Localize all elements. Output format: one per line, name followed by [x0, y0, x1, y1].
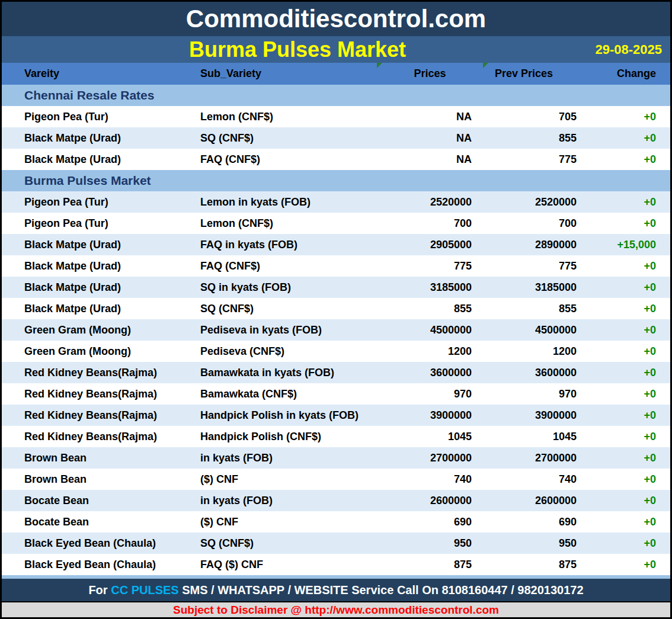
- section-header-row: Burma Pulses Market: [2, 170, 670, 191]
- sub-variety-cell: Handpick Polish (CNF$): [196, 431, 377, 443]
- change-cell: +0: [588, 431, 670, 443]
- change-cell: +0: [588, 452, 670, 464]
- variety-cell: Red Kidney Beans(Rajma): [2, 388, 196, 400]
- sub-variety-cell: SQ (CNF$): [196, 303, 377, 315]
- column-header-sub-variety: Sub_Variety: [196, 63, 377, 85]
- section-header-row: Chennai Resale Rates: [2, 85, 670, 106]
- table-row: Green Gram (Moong)Pediseva (CNF$)1200120…: [2, 341, 670, 362]
- disclaimer-link[interactable]: Subject to Disclaimer @ http://www.commo…: [173, 604, 499, 617]
- section-title: Burma Pulses Market: [2, 174, 670, 188]
- prev-price-cell: 4500000: [483, 324, 588, 336]
- table-row: Pigeon Pea (Tur)Lemon in kyats (FOB)2520…: [2, 191, 670, 213]
- prev-price-cell: 2700000: [483, 452, 588, 464]
- change-cell: +0: [588, 516, 670, 528]
- prev-price-cell: 2600000: [483, 495, 588, 507]
- prev-price-cell: 3185000: [483, 281, 588, 294]
- sub-variety-cell: Lemon in kyats (FOB): [196, 196, 377, 209]
- change-cell: +0: [588, 153, 670, 166]
- service-text-suffix: SMS / WHATSAPP / WEBSITE Service Call On…: [179, 583, 584, 597]
- table-row: Black Matpe (Urad)SQ (CNF$)855855+0: [2, 298, 670, 319]
- column-header-label: Prices: [414, 68, 446, 80]
- prev-price-cell: 775: [483, 260, 588, 272]
- sub-variety-cell: ($) CNF: [196, 516, 377, 528]
- change-cell: +0: [588, 345, 670, 358]
- variety-cell: Pigeon Pea (Tur): [2, 196, 196, 209]
- prev-price-cell: 1200: [483, 345, 588, 358]
- report-date: 29-08-2025: [595, 42, 662, 57]
- prev-price-cell: 970: [483, 388, 588, 400]
- service-brand: CC PULSES: [111, 583, 178, 597]
- sub-variety-cell: Pediseva (CNF$): [196, 345, 377, 358]
- variety-cell: Black Eyed Bean (Chaula): [2, 559, 196, 571]
- prev-price-cell: 700: [483, 217, 588, 230]
- column-header-change: Change: [588, 63, 670, 85]
- site-title-bar: Commoditiescontrol.com: [2, 2, 670, 36]
- change-cell: +0: [588, 409, 670, 422]
- variety-cell: Black Matpe (Urad): [2, 132, 196, 145]
- change-cell: +0: [588, 367, 670, 379]
- price-cell: 3900000: [377, 409, 483, 422]
- rates-table: Vareity Sub_Variety Prices Prev Prices C…: [2, 63, 670, 575]
- variety-cell: Brown Bean: [2, 473, 196, 486]
- change-cell: +0: [588, 111, 670, 123]
- price-cell: 2520000: [377, 196, 483, 209]
- sub-variety-cell: FAQ (CNF$): [196, 153, 377, 166]
- table-row: Pigeon Pea (Tur)Lemon (CNF$)NA705+0: [2, 106, 670, 127]
- prev-price-cell: 2890000: [483, 239, 588, 251]
- table-row: Bocate Bean($) CNF690690+0: [2, 511, 670, 533]
- sub-variety-cell: SQ (CNF$): [196, 132, 377, 145]
- sub-variety-cell: in kyats (FOB): [196, 495, 377, 507]
- price-cell: 3600000: [377, 367, 483, 379]
- variety-cell: Brown Bean: [2, 452, 196, 464]
- sub-variety-cell: FAQ (CNF$): [196, 260, 377, 272]
- cell-flag-icon: [377, 63, 382, 68]
- table-row: Black Matpe (Urad)FAQ (CNF$)775775+0: [2, 255, 670, 277]
- report-page: Commoditiescontrol.com Burma Pulses Mark…: [0, 0, 672, 619]
- table-row: Red Kidney Beans(Rajma)Bamawkata (CNF$)9…: [2, 383, 670, 405]
- table-row: Red Kidney Beans(Rajma)Bamawkata in kyat…: [2, 362, 670, 383]
- table-row: Black Eyed Bean (Chaula)SQ (CNF$)950950+…: [2, 533, 670, 554]
- table-row: Black Matpe (Urad)SQ (CNF$)NA855+0: [2, 127, 670, 149]
- table-row: Black Matpe (Urad)SQ in kyats (FOB)31850…: [2, 277, 670, 298]
- variety-cell: Black Matpe (Urad): [2, 281, 196, 294]
- site-title: Commoditiescontrol.com: [186, 5, 486, 33]
- price-cell: 875: [377, 559, 483, 571]
- variety-cell: Bocate Bean: [2, 516, 196, 528]
- cell-flag-icon: [483, 63, 488, 68]
- change-cell: +0: [588, 324, 670, 336]
- prev-price-cell: 950: [483, 537, 588, 550]
- change-cell: +0: [588, 559, 670, 571]
- prev-price-cell: 875: [483, 559, 588, 571]
- sub-variety-cell: ($) CNF: [196, 473, 377, 486]
- variety-cell: Black Matpe (Urad): [2, 239, 196, 251]
- sub-variety-cell: Pediseva in kyats (FOB): [196, 324, 377, 336]
- price-cell: 690: [377, 516, 483, 528]
- price-cell: 2600000: [377, 495, 483, 507]
- column-header-label: Sub_Variety: [200, 68, 261, 80]
- table-row: Bocate Beanin kyats (FOB)26000002600000+…: [2, 490, 670, 511]
- prev-price-cell: 1045: [483, 431, 588, 443]
- price-cell: 2700000: [377, 452, 483, 464]
- change-cell: +0: [588, 132, 670, 145]
- price-cell: NA: [377, 153, 483, 166]
- change-cell: +0: [588, 537, 670, 550]
- table-row: Brown Beanin kyats (FOB)27000002700000+0: [2, 447, 670, 469]
- variety-cell: Black Matpe (Urad): [2, 303, 196, 315]
- change-cell: +0: [588, 388, 670, 400]
- table-row: Black Matpe (Urad)FAQ (CNF$)NA775+0: [2, 149, 670, 170]
- table-row: Green Gram (Moong)Pediseva in kyats (FOB…: [2, 319, 670, 341]
- price-cell: NA: [377, 111, 483, 123]
- table-body: Chennai Resale RatesPigeon Pea (Tur)Lemo…: [2, 85, 670, 575]
- variety-cell: Black Matpe (Urad): [2, 153, 196, 166]
- sub-variety-cell: Lemon (CNF$): [196, 111, 377, 123]
- table-row: Pigeon Pea (Tur)Lemon (CNF$)700700+0: [2, 213, 670, 234]
- report-title: Burma Pulses Market: [189, 37, 406, 62]
- change-cell: +15,000: [588, 239, 670, 251]
- price-cell: 3185000: [377, 281, 483, 294]
- variety-cell: Bocate Bean: [2, 495, 196, 507]
- column-header-label: Vareity: [24, 68, 59, 80]
- variety-cell: Red Kidney Beans(Rajma): [2, 409, 196, 422]
- price-cell: 4500000: [377, 324, 483, 336]
- disclaimer-bar: Subject to Disclaimer @ http://www.commo…: [2, 601, 670, 617]
- variety-cell: Green Gram (Moong): [2, 324, 196, 336]
